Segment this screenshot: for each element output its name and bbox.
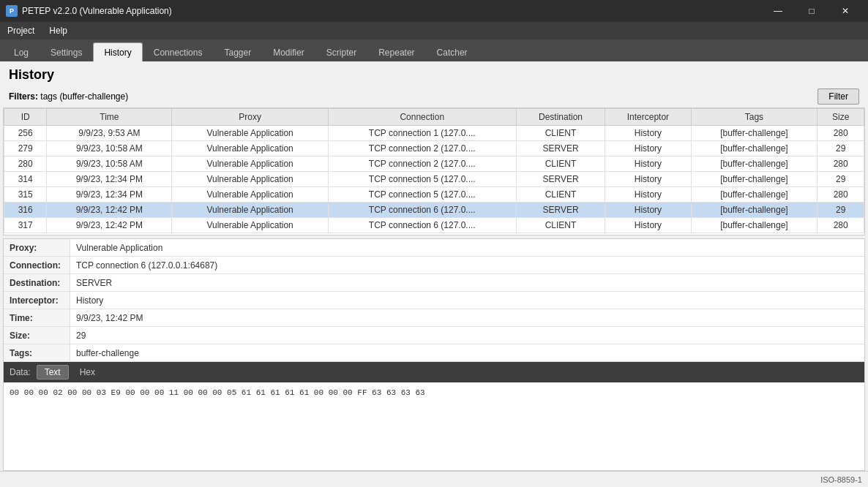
proxy-value: Vulnerable Application [70,239,864,256]
table-cell: [buffer-challenge] [691,203,818,218]
detail-row-proxy: Proxy: Vulnerable Application [4,239,864,257]
tab-repeater[interactable]: Repeater [367,42,425,61]
filter-bar: Filters: tags (buffer-challenge) Filter [0,86,868,107]
table-cell: History [605,187,691,203]
data-tab-hex[interactable]: Hex [72,365,103,380]
size-value: 29 [70,327,864,344]
table-cell: 314 [4,172,47,187]
table-cell: 280 [818,218,864,233]
col-connection: Connection [328,109,516,126]
title-bar-left: P PETEP v2.2.0 (Vulnerable Application) [6,5,172,17]
table-cell: 9/9/23, 12:42 PM [47,203,172,218]
table-cell: 29 [818,172,864,187]
tab-settings[interactable]: Settings [40,42,93,61]
tab-modifier[interactable]: Modifier [262,42,315,61]
table-cell: History [605,203,691,218]
table-cell: TCP connection 6 (127.0.... [328,218,516,233]
table-cell: 29 [818,141,864,156]
detail-row-connection: Connection: TCP connection 6 (127.0.0.1:… [4,257,864,274]
table-cell: TCP connection 1 (127.0.... [328,126,516,141]
table-cell: History [605,141,691,156]
tab-connections[interactable]: Connections [143,42,214,61]
menu-project[interactable]: Project [0,22,42,39]
table-cell: SERVER [516,172,605,187]
table-cell: 315 [4,187,47,203]
table-cell: TCP connection 6 (127.0.... [328,203,516,218]
table-row[interactable]: 3149/9/23, 12:34 PMVulnerable Applicatio… [4,172,864,187]
table-cell: History [605,126,691,141]
table-cell: Vulnerable Application [172,218,328,233]
table-cell: CLIENT [516,218,605,233]
tab-scripter[interactable]: Scripter [315,42,367,61]
connection-label: Connection: [4,257,70,273]
table-row[interactable]: 2809/9/23, 10:58 AMVulnerable Applicatio… [4,156,864,172]
table-row[interactable]: 2569/9/23, 9:53 AMVulnerable Application… [4,126,864,141]
destination-value: SERVER [70,274,864,291]
table-cell: Vulnerable Application [172,203,328,218]
interceptor-label: Interceptor: [4,292,70,309]
tags-value: buffer-challenge [70,344,864,361]
table-cell: 9/9/23, 12:34 PM [47,172,172,187]
table-cell: 256 [4,126,47,141]
table-cell: 279 [4,141,47,156]
connection-value: TCP connection 6 (127.0.0.1:64687) [70,257,864,273]
table-cell: 316 [4,203,47,218]
table-cell: [buffer-challenge] [691,172,818,187]
menu-help[interactable]: Help [42,22,75,39]
table-row[interactable]: 3159/9/23, 12:34 PMVulnerable Applicatio… [4,187,864,203]
table-cell: SERVER [516,141,605,156]
table-cell: 9/9/23, 12:34 PM [47,187,172,203]
table-cell: SERVER [516,203,605,218]
status-bar: ISO-8859-1 [0,471,868,487]
table-cell: 9/9/23, 12:42 PM [47,218,172,233]
table-cell: History [605,218,691,233]
col-size: Size [818,109,864,126]
table-cell: TCP connection 2 (127.0.... [328,141,516,156]
table-cell: Vulnerable Application [172,126,328,141]
data-tab-text[interactable]: Text [37,365,69,380]
table-row[interactable]: 2799/9/23, 10:58 AMVulnerable Applicatio… [4,141,864,156]
table-cell: 280 [4,156,47,172]
table-cell: Vulnerable Application [172,187,328,203]
menu-bar: Project Help [0,22,868,39]
table-cell: [buffer-challenge] [691,141,818,156]
time-value: 9/9/23, 12:42 PM [70,309,864,326]
table-cell: 317 [4,218,47,233]
table-cell: CLIENT [516,156,605,172]
table-cell: Vulnerable Application [172,141,328,156]
table-cell: 280 [818,156,864,172]
data-header: Data: Text Hex [4,362,864,382]
detail-row-time: Time: 9/9/23, 12:42 PM [4,309,864,327]
col-time: Time [47,109,172,126]
table-cell: Vulnerable Application [172,156,328,172]
tab-history[interactable]: History [93,42,142,61]
tab-log[interactable]: Log [3,42,40,61]
table-cell: History [605,156,691,172]
filter-label: Filters: [9,91,38,102]
table-cell: [buffer-challenge] [691,187,818,203]
table-cell: 280 [818,126,864,141]
history-table-container: ID Time Proxy Connection Destination Int… [3,107,865,235]
page-title: History [9,67,859,83]
col-id: ID [4,109,47,126]
maximize-button[interactable]: □ [795,0,828,22]
size-label: Size: [4,327,70,344]
table-header-row: ID Time Proxy Connection Destination Int… [4,109,864,126]
table-cell: TCP connection 5 (127.0.... [328,187,516,203]
filter-button[interactable]: Filter [818,88,859,105]
table-row[interactable]: 3179/9/23, 12:42 PMVulnerable Applicatio… [4,218,864,233]
tab-catcher[interactable]: Catcher [426,42,479,61]
data-label: Data: [10,367,31,377]
close-button[interactable]: ✕ [828,0,862,22]
table-cell: Vulnerable Application [172,172,328,187]
table-cell: CLIENT [516,187,605,203]
col-destination: Destination [516,109,605,126]
page-header: History [0,61,868,86]
table-cell: [buffer-challenge] [691,218,818,233]
tab-tagger[interactable]: Tagger [213,42,262,61]
minimize-button[interactable]: — [761,0,795,22]
table-cell: 9/9/23, 10:58 AM [47,156,172,172]
table-row[interactable]: 3169/9/23, 12:42 PMVulnerable Applicatio… [4,203,864,218]
window-title: PETEP v2.2.0 (Vulnerable Application) [22,6,172,16]
destination-label: Destination: [4,274,70,291]
